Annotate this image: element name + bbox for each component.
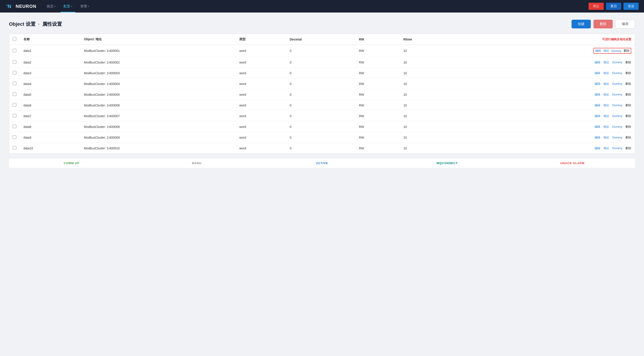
row-rw: RW	[355, 143, 400, 154]
navbar-actions: 停止 重启 发送	[588, 3, 639, 10]
row-checkbox-cell	[9, 68, 20, 78]
delete-link[interactable]: 删除	[626, 136, 631, 139]
table-row: data5 ModbusCluster: 1!400005 word 0 RW …	[9, 89, 635, 100]
edit-link[interactable]: 编辑	[594, 114, 600, 118]
save-button[interactable]: 保存	[616, 20, 635, 28]
row-checkbox[interactable]	[13, 146, 16, 150]
breadcrumb-root: Object 设置	[9, 21, 36, 28]
dummy-link[interactable]: Dummy	[612, 114, 622, 118]
row-rtime: 10	[400, 122, 457, 132]
row-checkbox[interactable]	[13, 92, 16, 96]
address-link[interactable]: 地址	[603, 104, 609, 107]
create-button[interactable]: 创建	[572, 20, 591, 28]
address-link[interactable]: 地址	[603, 125, 609, 128]
dummy-link[interactable]: Dummy	[612, 125, 622, 128]
row-type: word	[236, 89, 286, 100]
dummy-link[interactable]: Dummy	[612, 93, 622, 96]
dummy-link[interactable]: Dummy	[612, 104, 622, 107]
select-all-checkbox[interactable]	[13, 37, 16, 41]
row-actions: 编辑 地址 Dummy 删除	[457, 143, 635, 154]
delete-link[interactable]: 删除	[624, 49, 630, 53]
row-checkbox[interactable]	[13, 103, 16, 107]
row-checkbox-cell	[9, 100, 20, 111]
address-link[interactable]: 地址	[603, 146, 609, 150]
address-link[interactable]: 地址	[603, 114, 609, 118]
dummy-link[interactable]: Dummy	[612, 136, 622, 139]
restart-button[interactable]: 重启	[606, 3, 621, 10]
edit-link[interactable]: 编辑	[594, 82, 600, 86]
status-active-label: ACTIVE	[316, 162, 328, 165]
chevron-down-icon: ▾	[88, 5, 89, 8]
delete-link[interactable]: 删除	[626, 104, 631, 107]
address-link[interactable]: 地址	[603, 93, 609, 96]
dummy-link[interactable]: Dummy	[612, 82, 622, 86]
row-checkbox[interactable]	[13, 124, 16, 128]
row-checkbox-cell	[9, 143, 20, 154]
address-link[interactable]: 地址	[603, 49, 609, 53]
row-actions: 编辑 地址 Dummy 删除	[457, 68, 635, 78]
edit-link[interactable]: 编辑	[594, 60, 600, 64]
delete-link[interactable]: 删除	[626, 125, 631, 128]
main-content: Object 设置 › 属性设置 创建 删除 保存 名称 Object: 地址 …	[0, 12, 644, 356]
row-type: word	[236, 122, 286, 132]
edit-link[interactable]: 编辑	[594, 136, 600, 139]
edit-link[interactable]: 编辑	[594, 93, 600, 96]
nav-item-status[interactable]: 状态 ▾	[44, 3, 58, 10]
row-decimal: 0	[286, 111, 355, 122]
row-rw: RW	[355, 68, 400, 78]
nav-label-config: 配置	[64, 4, 70, 8]
address-link[interactable]: 地址	[603, 71, 609, 75]
row-checkbox[interactable]	[13, 49, 16, 52]
row-checkbox[interactable]	[13, 82, 16, 85]
breadcrumb-separator: ›	[38, 22, 40, 26]
delete-link[interactable]: 删除	[626, 114, 631, 118]
edit-link[interactable]: 编辑	[594, 146, 600, 150]
address-link[interactable]: 地址	[603, 136, 609, 139]
row-name: data8	[20, 122, 80, 132]
delete-link[interactable]: 删除	[626, 71, 631, 75]
row-name: data1	[20, 45, 80, 57]
chevron-down-icon: ▾	[54, 5, 56, 8]
row-checkbox[interactable]	[13, 114, 16, 118]
row-checkbox[interactable]	[13, 135, 16, 139]
row-decimal: 0	[286, 89, 355, 100]
send-button[interactable]: 发送	[624, 3, 639, 10]
delete-link[interactable]: 删除	[626, 60, 631, 64]
row-type: word	[236, 68, 286, 78]
row-actions: 编辑 地址 Dummy 删除	[457, 122, 635, 132]
row-type: word	[236, 100, 286, 111]
row-decimal: 0	[286, 132, 355, 143]
breadcrumb: Object 设置 › 属性设置	[9, 21, 62, 28]
dummy-link[interactable]: Dummy	[612, 146, 622, 150]
delete-link[interactable]: 删除	[626, 82, 631, 86]
row-checkbox[interactable]	[13, 71, 16, 74]
row-actions: 编辑 地址 Dummy 删除	[457, 78, 635, 89]
row-actions: 编辑 地址 Dummy 删除	[457, 100, 635, 111]
delete-link[interactable]: 删除	[626, 146, 631, 150]
row-type: word	[236, 57, 286, 68]
row-rw: RW	[355, 89, 400, 100]
address-link[interactable]: 地址	[603, 60, 609, 64]
nav-item-config[interactable]: 配置 ▾	[60, 3, 75, 10]
stop-button[interactable]: 停止	[588, 3, 604, 10]
edit-link[interactable]: 编辑	[595, 49, 601, 53]
table-row: data8 ModbusCluster: 1!400008 word 0 RW …	[9, 122, 635, 132]
edit-link[interactable]: 编辑	[594, 104, 600, 107]
nav-item-manage[interactable]: 管理 ▾	[77, 3, 92, 10]
row-checkbox[interactable]	[13, 60, 16, 64]
row-decimal: 0	[286, 57, 355, 68]
edit-link[interactable]: 编辑	[594, 71, 600, 75]
row-rw: RW	[355, 132, 400, 143]
row-actions: 编辑 地址 Dummy 删除	[457, 132, 635, 143]
address-link[interactable]: 地址	[603, 82, 609, 86]
row-address: ModbusCluster: 1!400004	[80, 78, 236, 89]
dummy-link[interactable]: Dummy	[612, 71, 622, 75]
row-actions: 编辑 地址 Dummy 删除	[457, 57, 635, 68]
dummy-link[interactable]: Dummy	[611, 49, 622, 52]
dummy-link[interactable]: Dummy	[612, 60, 622, 64]
delete-button[interactable]: 删除	[594, 20, 613, 28]
row-rtime: 10	[400, 143, 457, 154]
edit-link[interactable]: 编辑	[594, 125, 600, 128]
delete-link[interactable]: 删除	[626, 93, 631, 96]
row-checkbox-cell	[9, 122, 20, 132]
